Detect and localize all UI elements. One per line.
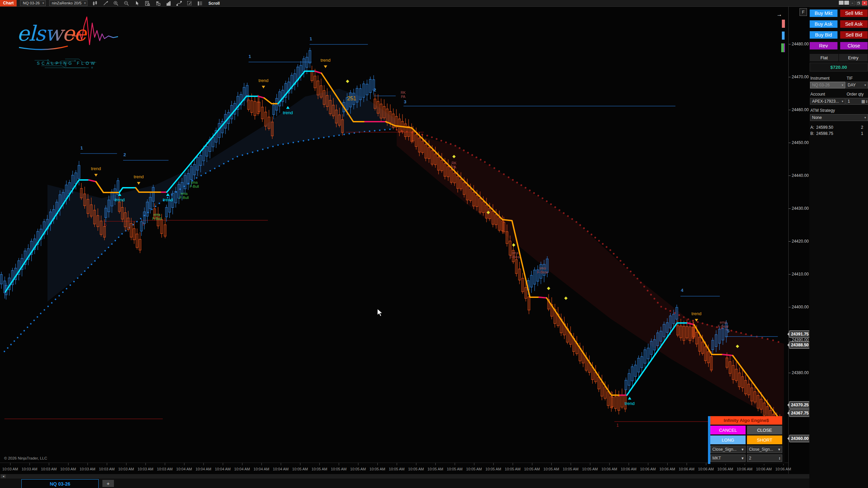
time-tick-label: 10:05 AM xyxy=(331,467,347,471)
window-extra-button[interactable] xyxy=(844,1,849,5)
algo-short-button[interactable]: SHORT xyxy=(747,435,782,444)
buy-market-button[interactable]: Buy Mkt xyxy=(810,9,837,17)
reverse-button[interactable]: Rev xyxy=(810,42,837,49)
time-tick xyxy=(203,463,204,465)
restore-button[interactable] xyxy=(856,1,861,5)
algo-qty-stepper[interactable]: 2 ▴▾ xyxy=(747,454,782,462)
bar-chart-icon[interactable] xyxy=(166,0,172,6)
chevron-down-icon: ▾ xyxy=(84,1,86,6)
time-tick xyxy=(242,463,242,465)
algo-close-signal-right-select[interactable]: Close_Sign...▾ xyxy=(747,446,782,453)
flat-status: Flat xyxy=(810,54,839,61)
time-tick xyxy=(300,463,300,465)
instrument-select[interactable]: NQ 03-26▾ xyxy=(810,82,845,88)
supertrend-line-flip xyxy=(315,71,321,73)
time-tick xyxy=(319,463,320,465)
panel-collapse-arrow[interactable]: → xyxy=(776,11,782,18)
time-tick xyxy=(165,463,165,465)
time-tick xyxy=(532,463,532,465)
price-axis[interactable]: 24480.0024470.0024460.0024450.0024440.00… xyxy=(789,6,809,474)
signal-diamond-icon xyxy=(547,287,550,290)
close-position-button[interactable]: Close xyxy=(840,42,868,49)
time-tick xyxy=(493,463,494,465)
algo-long-button[interactable]: LONG xyxy=(710,435,746,444)
algo-close-button[interactable]: CLOSE xyxy=(747,426,782,434)
buy-bid-button[interactable]: Buy Bid xyxy=(810,31,837,39)
scroll-left-button[interactable]: ◂ xyxy=(1,474,6,478)
tab-nq-03-26[interactable]: NQ 03-26 xyxy=(21,479,99,488)
instrument-label: Instrument xyxy=(810,76,830,81)
window-extra-button[interactable] xyxy=(839,1,844,5)
sell-ask-button[interactable]: Sell Ask xyxy=(840,20,868,28)
price-tick xyxy=(789,77,791,77)
time-tick-label: 10:05 AM xyxy=(408,467,424,471)
time-tick xyxy=(107,463,107,465)
calculator-icon[interactable]: ▦ xyxy=(861,99,865,104)
add-tab-button[interactable]: + xyxy=(102,480,114,487)
pnl-display: $720.00 xyxy=(810,63,868,72)
flag-marker-icon[interactable] xyxy=(155,0,161,6)
minimize-button[interactable]: − xyxy=(850,1,855,5)
time-tick-label: 10:04 AM xyxy=(234,467,250,471)
instrument-dropdown[interactable]: NQ 03-26 ▾ xyxy=(20,0,45,6)
time-tick xyxy=(609,463,610,465)
time-tick-label: 10:05 AM xyxy=(544,467,559,471)
bull-cloud xyxy=(47,89,395,302)
toolbar-icons xyxy=(92,0,203,6)
tif-label: TIF xyxy=(847,76,853,81)
time-tick-label: 10:06 AM xyxy=(679,467,694,471)
time-tick xyxy=(590,463,590,465)
price-tick-label: 24480.00 xyxy=(792,42,809,46)
ma-bull-label: sma xyxy=(191,180,198,184)
focus-button[interactable]: F xyxy=(800,8,807,16)
close-window-button[interactable]: × xyxy=(862,1,867,5)
algo-panel-title[interactable]: Infinity Algo Engine$ xyxy=(710,416,782,425)
time-tick-label: 10:04 AM xyxy=(273,467,289,471)
bid-quote-row: B: 24598.75 1 xyxy=(810,131,865,136)
price-tick xyxy=(789,110,791,110)
time-axis[interactable]: 10:03 AM10:03 AM10:03 AM10:03 AM10:03 AM… xyxy=(0,463,788,474)
account-select[interactable]: APEX-17923...▾ xyxy=(810,98,845,105)
tab-bar: NQ 03-26 + xyxy=(0,479,868,488)
restore-icon xyxy=(857,2,860,4)
depth-bar-blue xyxy=(782,32,785,40)
data-box-icon[interactable] xyxy=(145,0,151,6)
trend-signal-label: trend xyxy=(258,78,269,83)
time-tick xyxy=(145,463,146,465)
elswee-logo: elswee SCALPING FLOW xyxy=(14,9,119,77)
chart-menu-button[interactable]: Chart xyxy=(0,0,17,6)
time-tick xyxy=(455,463,455,465)
sell-bid-button[interactable]: Sell Bid xyxy=(840,31,868,39)
supertrend-line-flip xyxy=(89,180,96,182)
time-tick xyxy=(571,463,571,465)
zoom-out-icon[interactable] xyxy=(124,0,130,6)
algo-cancel-button[interactable]: CANCEL xyxy=(710,426,746,434)
ma-bear-label: RK xyxy=(401,90,406,95)
zoom-in-icon[interactable] xyxy=(113,0,119,6)
time-tick-label: 10:06 AM xyxy=(659,467,675,471)
qty-spinner[interactable]: ▴▾ xyxy=(866,100,867,103)
draw-pencil-icon[interactable] xyxy=(103,0,108,6)
atm-strategy-select[interactable]: None▾ xyxy=(810,114,868,121)
quantity-stepper[interactable]: 1 ▦ ▴▾ xyxy=(846,98,868,105)
algo-close-signal-left-select[interactable]: Close_Sign...▾ xyxy=(710,446,746,453)
bezier-tool-icon[interactable] xyxy=(176,0,182,6)
tif-select[interactable]: DAY▾ xyxy=(846,82,868,88)
price-tick-label: 24380.00 xyxy=(792,370,809,375)
time-tick xyxy=(223,463,223,465)
cursor-icon[interactable] xyxy=(134,0,140,6)
arrow-down-icon xyxy=(324,65,327,68)
bid-size: 1 xyxy=(861,131,863,136)
settings-list-icon[interactable] xyxy=(197,0,203,6)
ma-bull-label: F-Bull xyxy=(179,196,189,200)
buy-ask-button[interactable]: Buy Ask xyxy=(810,20,837,28)
region-edit-icon[interactable] xyxy=(187,0,193,6)
time-tick-label: 10:05 AM xyxy=(350,467,366,471)
chart-style-icon[interactable] xyxy=(92,0,98,6)
sell-market-button[interactable]: Sell Mkt xyxy=(840,9,868,17)
ma-bear-label: sma xyxy=(539,266,546,270)
horizontal-scrollbar[interactable]: ◂ xyxy=(0,474,868,479)
algo-order-type-select[interactable]: MKT▾ xyxy=(710,454,746,462)
price-tick-label: 24410.00 xyxy=(792,272,809,277)
series-dropdown[interactable]: ninZaRenko 20/5 ▾ xyxy=(49,0,87,6)
